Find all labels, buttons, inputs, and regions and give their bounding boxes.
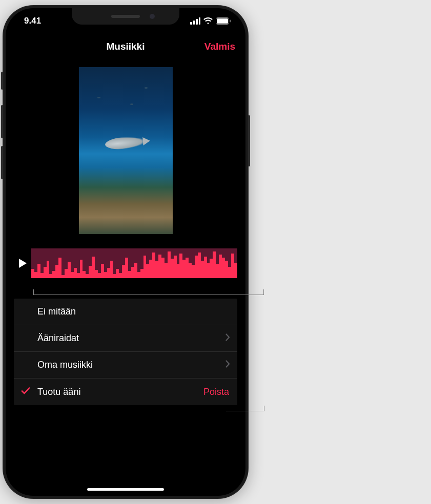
- play-button[interactable]: [14, 248, 31, 278]
- mute-switch: [1, 72, 3, 90]
- page-title: Musiikki: [107, 41, 145, 52]
- callout-line-delete: [226, 411, 264, 411]
- wifi-icon: [203, 17, 213, 25]
- option-label: Ääniraidat: [37, 333, 79, 344]
- nav-bar: Musiikki Valmis: [6, 34, 245, 59]
- side-button: [248, 115, 250, 166]
- chevron-right-icon: [225, 333, 230, 344]
- callout-tick: [264, 406, 264, 411]
- option-none[interactable]: Ei mitään: [14, 299, 237, 325]
- video-preview[interactable]: [6, 59, 245, 241]
- music-options-list: Ei mitään Ääniraidat Oma musiikki Tuotu …: [14, 299, 237, 405]
- delete-button[interactable]: Poista: [203, 387, 229, 397]
- front-camera: [150, 14, 155, 19]
- option-soundtracks[interactable]: Ääniraidat: [14, 325, 237, 352]
- audio-waveform[interactable]: [31, 248, 237, 278]
- notch: [72, 8, 179, 25]
- callout-tick: [33, 289, 34, 295]
- home-indicator[interactable]: [87, 488, 164, 491]
- callout-line-waveform: [33, 295, 264, 295]
- option-label: Tuotu ääni: [37, 387, 80, 397]
- svg-rect-2: [230, 20, 231, 23]
- option-my-music[interactable]: Oma musiikki: [14, 352, 237, 379]
- svg-rect-1: [217, 18, 228, 24]
- volume-up-button: [1, 105, 3, 138]
- cellular-signal-icon: [190, 17, 200, 25]
- done-button[interactable]: Valmis: [204, 41, 235, 52]
- option-label: Oma musiikki: [37, 360, 93, 370]
- checkmark-icon: [21, 387, 30, 397]
- status-time: 9.41: [24, 16, 41, 26]
- speaker-grille: [111, 15, 140, 18]
- video-thumbnail: [79, 67, 173, 234]
- callout-tick: [263, 289, 264, 295]
- volume-down-button: [1, 146, 3, 179]
- battery-icon: [216, 17, 231, 25]
- option-imported-audio[interactable]: Tuotu ääni Poista: [14, 379, 237, 405]
- screen: 9.41 Musiikki Valmis: [6, 8, 245, 496]
- option-label: Ei mitään: [37, 306, 76, 317]
- phone-frame: 9.41 Musiikki Valmis: [3, 5, 249, 499]
- audio-waveform-row: [14, 248, 237, 278]
- chevron-right-icon: [225, 360, 230, 370]
